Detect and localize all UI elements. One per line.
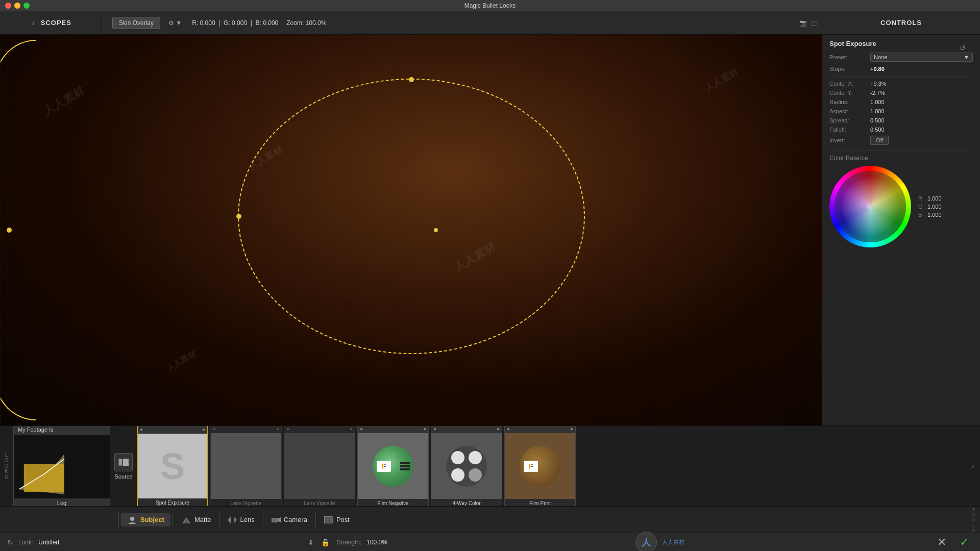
matte-icon [181, 516, 191, 523]
svg-point-11 [273, 518, 276, 521]
stops-label: Stops: [829, 66, 870, 72]
maximize-button[interactable] [23, 3, 30, 9]
save-icon[interactable]: ⬇ [308, 538, 314, 546]
card-remove-icon[interactable]: ● [570, 426, 573, 432]
window-controls[interactable] [5, 3, 30, 9]
collapse-arrow-icon[interactable]: › [30, 17, 37, 29]
controls-panel: Spot Exposure ↺ Preset: None ▼ Stops: +0… [822, 35, 980, 425]
post-icon [324, 516, 333, 523]
card-header: ● ● [211, 426, 281, 433]
lock-icon[interactable]: 🔒 [321, 538, 330, 546]
effect-card-4way-color[interactable]: ● ● 4-Way Color [431, 426, 502, 506]
r-row: R 1.000 [918, 195, 942, 202]
scopes-label: SCOPES [41, 19, 71, 27]
card-remove-icon[interactable]: ● [276, 426, 279, 432]
bottom-strip-bar: Subject Matte Lens [0, 506, 980, 533]
svg-marker-8 [234, 516, 237, 523]
lens-segment[interactable]: Lens [222, 513, 260, 526]
cancel-button[interactable]: ✕ [933, 534, 950, 551]
effect-card-lens-vignette-1[interactable]: ● ● Lens Vignette [210, 426, 282, 506]
center-x-value: +9.3% [870, 81, 887, 87]
effect-label-spot: Spot Exposure [138, 498, 207, 506]
app-title: Magic Bullet Looks [464, 2, 516, 9]
close-button[interactable] [5, 3, 11, 9]
confirm-button[interactable]: ✓ [955, 534, 973, 551]
controls-label: CONTROLS [880, 19, 922, 27]
divider-strip5 [315, 512, 316, 528]
effect-card-film-print[interactable]: ● ● F Film Print [504, 426, 576, 506]
film-print-preview: F [505, 433, 575, 499]
post-label: Post [336, 516, 350, 523]
camera-icon[interactable]: 📷 [799, 19, 807, 27]
logo-badge: 人 [635, 532, 657, 552]
r-channel: R [918, 195, 925, 202]
spot-handle-left[interactable] [236, 214, 241, 219]
matte-segment[interactable]: Matte [175, 513, 217, 526]
look-label: Look: [18, 539, 33, 546]
divider-strip2 [173, 512, 173, 528]
footer-bar: ↻ Look: Untitled ⬇ 🔒 Strength: 100.0% 人 … [0, 533, 980, 551]
undo-icon[interactable]: ↻ [7, 538, 13, 546]
card-remove-icon[interactable]: ● [202, 427, 205, 432]
effect-card-lens-vignette-2[interactable]: ● ● Lens Vignette [284, 426, 355, 506]
effect-card-spot-exposure[interactable]: ● ● S Spot Exposure [137, 426, 208, 506]
camera-seg-icon [272, 516, 281, 523]
effect-card-film-negative[interactable]: ● ● F Film [357, 426, 429, 506]
color-wheel[interactable] [829, 166, 911, 247]
spot-handle-top[interactable] [409, 77, 414, 82]
four-way-preview [431, 433, 502, 499]
source-curve [14, 435, 110, 498]
post-segment[interactable]: Post [318, 513, 356, 526]
falloff-value: 0.500 [870, 127, 885, 133]
spot-exposure-circle[interactable] [238, 79, 585, 354]
bottom-area: L O O K S My Footage Is Log [0, 425, 980, 533]
camera-segment[interactable]: Camera [265, 513, 313, 526]
aspect-label: Aspect: [829, 108, 870, 114]
card-header: ● ● [358, 426, 428, 433]
card-remove-icon[interactable]: ● [423, 426, 426, 432]
divider2 [829, 150, 973, 151]
stops-row: Stops: +0.80 [829, 66, 973, 72]
preset-select[interactable]: None ▼ [870, 53, 973, 62]
minimize-button[interactable] [14, 3, 20, 9]
settings-icon[interactable]: ⚙ ▼ [168, 19, 182, 27]
tools-sidebar: TOOLS [972, 507, 976, 533]
card-lock-icon: ● [213, 426, 216, 432]
lens-label: Lens [240, 516, 254, 523]
spot-center-handle[interactable] [434, 228, 438, 232]
subject-icon [127, 516, 137, 524]
color-wheel-container: R 1.000 G 1.000 B 1.000 [829, 166, 973, 247]
card-header: ● ● [505, 426, 575, 433]
scopes-header: › SCOPES [0, 11, 102, 34]
skin-overlay-button[interactable]: Skin Overlay [112, 17, 160, 29]
preview-image: 人人素材 人人素材 人人素材 人人素材 人人素材 [1, 35, 822, 425]
aspect-row: Aspect: 1.000 [829, 108, 973, 114]
invert-toggle[interactable]: Off [870, 136, 889, 145]
b-channel: B [918, 212, 925, 218]
card-remove-icon[interactable]: ● [350, 426, 353, 432]
svg-marker-10 [278, 517, 281, 522]
film-negative-icon: F [373, 446, 413, 487]
subject-segment[interactable]: Subject [121, 513, 170, 527]
expand-right-arrow[interactable]: › [968, 462, 978, 471]
film-neg-strips [400, 462, 410, 470]
svg-rect-12 [324, 516, 332, 523]
source-icon-button[interactable] [114, 453, 133, 471]
multicam-icon[interactable]: ◫ [811, 19, 817, 27]
source-card[interactable]: My Footage Is Log [13, 426, 110, 506]
source-label: Source [115, 473, 133, 480]
watermark: 人人素材 [451, 239, 498, 275]
spread-label: Spread: [829, 117, 870, 123]
falloff-row: Falloff: 0.500 [829, 127, 973, 133]
arc-handle[interactable] [7, 228, 12, 233]
source-card-label: Log [14, 498, 110, 506]
source-segment: Source [112, 453, 135, 480]
card-lock-icon: ● [507, 426, 510, 432]
card-remove-icon[interactable]: ● [497, 426, 500, 432]
reset-button[interactable]: ↺ [960, 44, 966, 52]
watermark: 人人素材 [164, 349, 198, 374]
r-display: R: 0.000 | G: 0.000 | B: 0.000 [192, 19, 278, 27]
effect-label-lens2: Lens Vignette [284, 499, 355, 506]
preset-label: Preset: [829, 54, 870, 60]
divider-strip4 [263, 512, 263, 528]
